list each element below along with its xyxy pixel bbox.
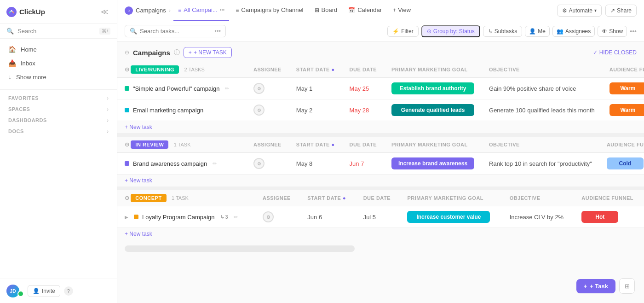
tab-add-view[interactable]: + View (388, 0, 415, 21)
sidebar-collapse-button[interactable]: ≪ (99, 6, 110, 18)
goal-badge: Generate qualified leads (391, 104, 474, 116)
invite-label: Invite (42, 288, 55, 294)
tab-all-campaigns[interactable]: ≡ All Campai... ••• (173, 0, 229, 21)
filter-icon: ⚡ (392, 28, 399, 35)
hide-closed-button[interactable]: ✓ HIDE CLOSED (593, 49, 637, 56)
sidebar-search[interactable]: 🔍 Search ⌘/ (0, 24, 117, 39)
concept-collapse-icon[interactable]: ⊙ (125, 195, 129, 201)
start-date: May 1 (296, 85, 312, 92)
concept-group: ⊙ CONCEPT 1 TASK ASSIGNEE START DATE ● D… (117, 190, 644, 240)
task-goal-cell: Establish brand authority (384, 78, 482, 99)
task-audience-cell: Cold (599, 153, 644, 175)
col-start-date-2: START DATE ● (289, 137, 342, 153)
assignee-avatar[interactable]: ⚙ (253, 158, 264, 169)
task-edit-icon[interactable]: ✏ (213, 161, 217, 167)
me-button[interactable]: 👤 Me (525, 26, 550, 37)
search-box[interactable]: 🔍 ••• (125, 25, 226, 37)
task-start-date-cell: May 2 (289, 99, 342, 121)
task-name[interactable]: Loyalty Program Campaign (142, 214, 215, 221)
goal-badge: Increase customer value (407, 211, 490, 223)
subtasks-button[interactable]: ↳ Subtasks (483, 26, 522, 37)
sidebar-item-inbox[interactable]: 📥 Inbox (0, 56, 117, 70)
tab-campaigns-by-channel[interactable]: ≡ Campaigns by Channel (231, 0, 308, 21)
invite-person-icon: 👤 (33, 288, 40, 294)
automate-dropdown-icon: ▾ (594, 8, 597, 13)
new-task-link-2[interactable]: + New task (117, 175, 644, 186)
search-shortcut: ⌘/ (99, 28, 110, 35)
search-tasks-input[interactable] (140, 28, 212, 35)
assignees-button[interactable]: 👥 Assignees (552, 26, 595, 37)
horizontal-scrollbar[interactable] (125, 245, 355, 252)
due-date: Jun 7 (350, 160, 364, 167)
sidebar-item-show-more[interactable]: ↓ Show more (0, 70, 117, 84)
task-edit-icon[interactable]: ✏ (225, 86, 229, 92)
table-row: Email marketing campaign ⚙ May 2 May 28 … (117, 99, 644, 121)
subtask-count-badge: ↳ 3 (220, 214, 228, 220)
help-button[interactable]: ? (64, 286, 73, 296)
assignee-avatar[interactable]: ⚙ (263, 211, 274, 222)
automate-button[interactable]: ⚙ Automate ▾ (557, 5, 602, 17)
col-objective-1: OBJECTIVE (482, 62, 602, 78)
toolbar: 🔍 ••• ⚡ Filter ⊙ Group by: Status ↳ Subt… (117, 21, 644, 41)
task-due-date-cell: May 28 (342, 99, 384, 121)
subtasks-label: Subtasks (494, 28, 517, 35)
plus-fab-icon: + (584, 283, 587, 290)
tab-board[interactable]: ⊞ Board (310, 0, 342, 21)
search-options-icon[interactable]: ••• (214, 28, 221, 35)
group-by-button[interactable]: ⊙ Group by: Status (421, 25, 480, 37)
automate-icon: ⚙ (562, 7, 567, 14)
objective-text: Generate 100 qualified leads this month (489, 107, 595, 114)
task-start-date-cell: Jun 6 (300, 206, 356, 228)
sidebar-section-spaces[interactable]: SPACES › (0, 103, 117, 114)
section-divider-2 (117, 186, 644, 190)
assignee-avatar[interactable]: ⚙ (253, 83, 264, 94)
new-task-link-1[interactable]: + New task (117, 121, 644, 133)
due-date: May 25 (350, 85, 369, 92)
toolbar-more-icon[interactable]: ••• (630, 28, 637, 35)
task-name-cell: "Simple and Powerful" campaign ✏ (117, 78, 246, 99)
share-button[interactable]: ↗ Share (605, 5, 637, 17)
invite-button[interactable]: 👤 Invite (28, 285, 60, 297)
task-name[interactable]: "Simple and Powerful" campaign (133, 85, 219, 92)
live-running-header-row: ⊙ LIVE/RUNNING 2 TASKS ASSIGNEE START DA… (117, 62, 644, 78)
live-running-collapse-icon[interactable]: ⊙ (125, 66, 129, 73)
campaigns-collapse-icon[interactable]: ⊙ (125, 49, 129, 56)
in-review-collapse-icon[interactable]: ⊙ (125, 141, 129, 148)
tab-calendar[interactable]: 📅 Calendar (344, 0, 386, 21)
filter-button[interactable]: ⚡ Filter (387, 26, 419, 37)
new-task-button[interactable]: + + NEW TASK (184, 47, 232, 58)
home-icon: 🏠 (8, 46, 16, 53)
task-expand-arrow[interactable]: ▶ (125, 215, 128, 220)
favorites-label: FAVORITES (8, 95, 39, 101)
all-campaigns-label: All Campai... (184, 6, 218, 13)
spaces-expand-icon: › (107, 106, 109, 112)
spaces-label: SPACES (8, 106, 30, 112)
app-logo: ClickUp (6, 7, 45, 17)
sidebar-section-docs[interactable]: DOCS › (0, 125, 117, 136)
apps-grid-button[interactable]: ⊞ (619, 278, 635, 294)
col-audience-2: AUDIENCE FUNNEL (599, 137, 644, 153)
add-task-fab-button[interactable]: + + Task (576, 279, 615, 293)
col-assignee-1: ASSIGNEE (246, 62, 289, 78)
topnav-campaign-home[interactable]: ○ Campaigns (125, 6, 166, 15)
campaigns-info-icon[interactable]: ⓘ (174, 48, 180, 57)
new-task-link-3[interactable]: + New task (117, 228, 644, 240)
sidebar-section-favorites[interactable]: FAVORITES › (0, 92, 117, 103)
audience-badge: Cold (607, 157, 644, 169)
show-button[interactable]: 👁 Show (598, 26, 627, 37)
assignee-avatar[interactable]: ⚙ (253, 105, 264, 116)
show-eye-icon: 👁 (602, 28, 607, 35)
task-name[interactable]: Brand awareness campaign (133, 160, 207, 167)
task-name[interactable]: Email marketing campaign (133, 107, 203, 114)
live-running-status-cell: ⊙ LIVE/RUNNING 2 TASKS (117, 62, 246, 78)
chevron-down-icon: ↓ (8, 73, 12, 81)
sidebar-section-dashboards[interactable]: DASHBOARDS › (0, 114, 117, 125)
assignees-label: Assignees (565, 28, 591, 35)
search-label: Search (17, 28, 96, 35)
fab-area: + + Task ⊞ (576, 278, 635, 294)
top-navigation: ○ Campaigns › ≡ All Campai... ••• ≡ Camp… (117, 0, 644, 21)
task-edit-icon-4[interactable]: ✏ (234, 214, 238, 220)
concept-badge: CONCEPT (131, 194, 166, 202)
sidebar-item-home[interactable]: 🏠 Home (0, 42, 117, 56)
in-review-header-row: ⊙ IN REVIEW 1 TASK ASSIGNEE START DATE ●… (117, 137, 644, 153)
